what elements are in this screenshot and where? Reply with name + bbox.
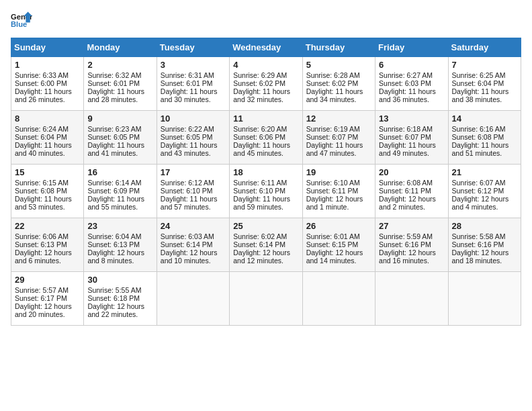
calendar-cell [157, 272, 229, 326]
day-number: 21 [452, 167, 517, 177]
sunrise-label: Sunrise: 6:25 AM [452, 71, 506, 79]
sunrise-label: Sunrise: 6:11 AM [233, 179, 287, 187]
daylight-label: Daylight: 12 hours and 18 minutes. [452, 248, 509, 265]
sunset-label: Sunset: 6:13 PM [87, 240, 140, 248]
sunrise-label: Sunrise: 6:04 AM [87, 232, 141, 240]
calendar-cell: 25 Sunrise: 6:02 AM Sunset: 6:14 PM Dayl… [230, 218, 302, 272]
daylight-label: Daylight: 11 hours and 41 minutes. [87, 141, 144, 157]
sunset-label: Sunset: 6:05 PM [161, 133, 213, 141]
sunrise-label: Sunrise: 6:02 AM [233, 232, 287, 240]
sunrise-label: Sunrise: 6:29 AM [233, 71, 287, 79]
sunrise-label: Sunrise: 6:19 AM [306, 125, 360, 133]
day-number: 20 [379, 167, 444, 177]
week-row-5: 29 Sunrise: 5:57 AM Sunset: 6:17 PM Dayl… [11, 272, 521, 326]
sunset-label: Sunset: 6:16 PM [452, 240, 504, 248]
sunrise-label: Sunrise: 6:01 AM [306, 232, 360, 240]
sunrise-label: Sunrise: 6:16 AM [452, 125, 506, 133]
day-number: 8 [15, 113, 80, 124]
sunset-label: Sunset: 6:18 PM [87, 294, 140, 302]
daylight-label: Daylight: 11 hours and 28 minutes. [87, 87, 144, 103]
sunrise-label: Sunrise: 6:22 AM [161, 125, 214, 133]
daylight-label: Daylight: 12 hours and 2 minutes. [379, 195, 436, 211]
sunset-label: Sunset: 6:02 PM [306, 79, 359, 87]
daylight-label: Daylight: 11 hours and 34 minutes. [306, 87, 363, 103]
daylight-label: Daylight: 12 hours and 10 minutes. [161, 248, 218, 265]
daylight-label: Daylight: 12 hours and 8 minutes. [87, 248, 144, 265]
sunset-label: Sunset: 6:12 PM [452, 187, 504, 195]
sunrise-label: Sunrise: 6:10 AM [306, 179, 360, 187]
calendar-cell: 11 Sunrise: 6:20 AM Sunset: 6:06 PM Dayl… [230, 111, 302, 165]
calendar-cell [448, 272, 521, 326]
sunset-label: Sunset: 6:02 PM [233, 79, 285, 87]
daylight-label: Daylight: 12 hours and 20 minutes. [15, 302, 72, 318]
sunrise-label: Sunrise: 6:14 AM [87, 179, 141, 187]
sunset-label: Sunset: 6:07 PM [379, 133, 431, 141]
calendar-cell: 27 Sunrise: 5:59 AM Sunset: 6:16 PM Dayl… [375, 218, 448, 272]
day-number: 16 [87, 167, 152, 177]
calendar-cell: 10 Sunrise: 6:22 AM Sunset: 6:05 PM Dayl… [157, 111, 229, 165]
day-number: 13 [379, 113, 444, 124]
calendar-cell [230, 272, 302, 326]
sunset-label: Sunset: 6:14 PM [161, 240, 213, 248]
sunrise-label: Sunrise: 6:33 AM [15, 71, 69, 79]
calendar-cell: 19 Sunrise: 6:10 AM Sunset: 6:11 PM Dayl… [302, 165, 375, 218]
daylight-label: Daylight: 12 hours and 22 minutes. [87, 302, 144, 318]
day-number: 15 [15, 167, 80, 177]
sunset-label: Sunset: 6:06 PM [233, 133, 285, 141]
calendar-cell: 18 Sunrise: 6:11 AM Sunset: 6:10 PM Dayl… [230, 165, 302, 218]
daylight-label: Daylight: 11 hours and 55 minutes. [87, 195, 144, 211]
week-row-2: 8 Sunrise: 6:24 AM Sunset: 6:04 PM Dayli… [11, 111, 521, 165]
day-number: 5 [306, 60, 371, 70]
sunrise-label: Sunrise: 6:32 AM [87, 71, 141, 79]
sunset-label: Sunset: 6:04 PM [15, 133, 67, 141]
sunset-label: Sunset: 6:01 PM [161, 79, 213, 87]
day-number: 1 [15, 60, 80, 70]
calendar-cell: 28 Sunrise: 5:58 AM Sunset: 6:16 PM Dayl… [448, 218, 521, 272]
calendar-cell: 9 Sunrise: 6:23 AM Sunset: 6:05 PM Dayli… [84, 111, 157, 165]
sunset-label: Sunset: 6:14 PM [233, 240, 285, 248]
day-number: 7 [452, 60, 517, 70]
calendar-cell: 12 Sunrise: 6:19 AM Sunset: 6:07 PM Dayl… [302, 111, 375, 165]
sunrise-label: Sunrise: 5:58 AM [452, 232, 506, 240]
calendar-cell: 15 Sunrise: 6:15 AM Sunset: 6:08 PM Dayl… [11, 165, 84, 218]
calendar-cell: 3 Sunrise: 6:31 AM Sunset: 6:01 PM Dayli… [157, 57, 229, 111]
sunset-label: Sunset: 6:10 PM [161, 187, 213, 195]
day-number: 18 [233, 167, 298, 177]
week-row-1: 1 Sunrise: 6:33 AM Sunset: 6:00 PM Dayli… [11, 57, 521, 111]
day-header-tuesday: Tuesday [157, 38, 229, 57]
day-header-monday: Monday [84, 38, 157, 57]
calendar-cell: 6 Sunrise: 6:27 AM Sunset: 6:03 PM Dayli… [375, 57, 448, 111]
calendar-cell: 2 Sunrise: 6:32 AM Sunset: 6:01 PM Dayli… [84, 57, 157, 111]
calendar-cell: 20 Sunrise: 6:08 AM Sunset: 6:11 PM Dayl… [375, 165, 448, 218]
day-number: 29 [15, 275, 80, 285]
header: General Blue [11, 11, 521, 30]
sunset-label: Sunset: 6:13 PM [15, 240, 67, 248]
daylight-label: Daylight: 11 hours and 53 minutes. [15, 195, 72, 211]
sunset-label: Sunset: 6:04 PM [452, 79, 504, 87]
sunset-label: Sunset: 6:01 PM [87, 79, 140, 87]
sunrise-label: Sunrise: 6:31 AM [161, 71, 214, 79]
day-number: 12 [306, 113, 371, 124]
sunset-label: Sunset: 6:11 PM [306, 187, 359, 195]
day-number: 4 [233, 60, 298, 70]
sunset-label: Sunset: 6:11 PM [379, 187, 431, 195]
sunset-label: Sunset: 6:15 PM [306, 240, 359, 248]
day-header-thursday: Thursday [302, 38, 375, 57]
calendar-cell: 8 Sunrise: 6:24 AM Sunset: 6:04 PM Dayli… [11, 111, 84, 165]
daylight-label: Daylight: 11 hours and 49 minutes. [379, 141, 436, 157]
day-number: 24 [161, 221, 226, 231]
sunrise-label: Sunrise: 5:57 AM [15, 286, 69, 294]
sunrise-label: Sunrise: 5:59 AM [379, 232, 433, 240]
daylight-label: Daylight: 11 hours and 36 minutes. [379, 87, 436, 103]
day-number: 10 [161, 113, 226, 124]
day-number: 19 [306, 167, 371, 177]
daylight-label: Daylight: 11 hours and 45 minutes. [233, 141, 290, 157]
calendar-cell: 22 Sunrise: 6:06 AM Sunset: 6:13 PM Dayl… [11, 218, 84, 272]
day-number: 3 [161, 60, 226, 70]
day-header-sunday: Sunday [11, 38, 84, 57]
calendar-cell: 29 Sunrise: 5:57 AM Sunset: 6:17 PM Dayl… [11, 272, 84, 326]
sunset-label: Sunset: 6:17 PM [15, 294, 67, 302]
daylight-label: Daylight: 12 hours and 4 minutes. [452, 195, 509, 211]
sunset-label: Sunset: 6:08 PM [15, 187, 67, 195]
calendar-cell: 13 Sunrise: 6:18 AM Sunset: 6:07 PM Dayl… [375, 111, 448, 165]
